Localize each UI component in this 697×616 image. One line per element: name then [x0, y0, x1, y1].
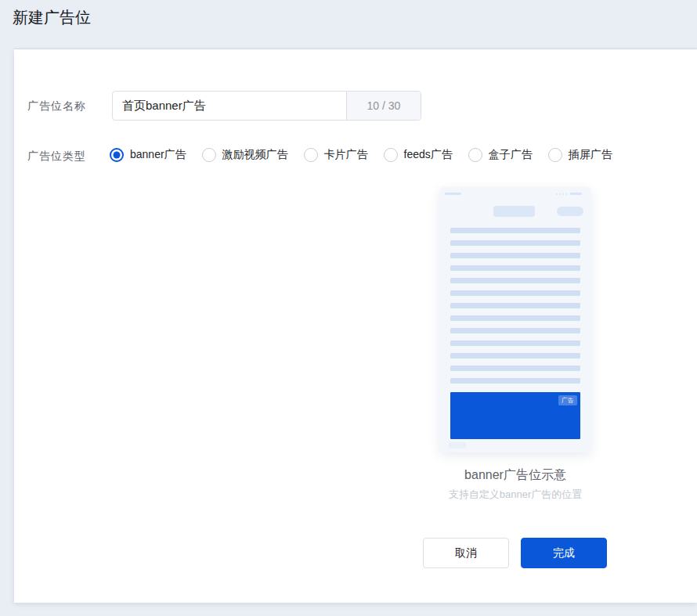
radio-option-4[interactable]: 盒子广告: [468, 148, 533, 162]
skeleton-bar: [450, 353, 580, 358]
radio-unselected-icon: [202, 148, 216, 162]
radio-option-0[interactable]: banner广告: [110, 148, 186, 162]
cancel-button[interactable]: 取消: [423, 538, 509, 568]
ad-name-input[interactable]: [113, 92, 346, 120]
radio-unselected-icon: [304, 148, 318, 162]
radio-option-3[interactable]: feeds广告: [384, 148, 453, 162]
radio-unselected-icon: [468, 148, 482, 162]
radio-unselected-icon: [384, 148, 398, 162]
skeleton-bar: [450, 290, 580, 296]
form-card: 广告位名称 10 / 30 广告位类型 banner广告激励视频广告卡片广告fe…: [14, 49, 697, 603]
phone-header-title-placeholder: [493, 206, 535, 217]
radio-selected-icon: [110, 148, 124, 162]
skeleton-bar: [450, 378, 580, 384]
skeleton-bar: [450, 253, 580, 258]
radio-option-1[interactable]: 激励视频广告: [202, 148, 288, 162]
radio-option-label: feeds广告: [404, 148, 453, 162]
radio-option-label: banner广告: [130, 148, 186, 162]
skeleton-bar: [450, 366, 580, 371]
skeleton-bar: [450, 278, 580, 283]
char-counter: 10 / 30: [346, 92, 421, 120]
radio-option-label: 盒子广告: [489, 148, 533, 162]
phone-status-time-bar: [445, 193, 461, 195]
skeleton-bar: [450, 303, 580, 308]
phone-status-dots: [556, 193, 567, 195]
ad-type-radio-group: banner广告激励视频广告卡片广告feeds广告盒子广告插屏广告: [110, 148, 612, 162]
skeleton-bar: [450, 340, 580, 346]
radio-option-label: 激励视频广告: [222, 148, 288, 162]
phone-footer-bar: [449, 442, 466, 448]
confirm-button[interactable]: 完成: [521, 538, 607, 568]
radio-unselected-icon: [548, 148, 562, 162]
phone-status-battery-bar: [570, 193, 582, 195]
preview-caption: banner广告位示意: [408, 467, 623, 484]
phone-header-capsule: [557, 207, 583, 216]
skeleton-bar: [450, 315, 580, 321]
ad-name-input-wrap: 10 / 30: [112, 91, 421, 121]
preview-subcaption: 支持自定义banner广告的位置: [408, 488, 623, 502]
skeleton-bar: [450, 240, 580, 246]
radio-option-5[interactable]: 插屏广告: [548, 148, 612, 162]
ad-badge: 广告: [558, 395, 577, 405]
radio-option-label: 插屏广告: [569, 148, 612, 162]
radio-option-label: 卡片广告: [324, 148, 368, 162]
radio-option-2[interactable]: 卡片广告: [304, 148, 368, 162]
phone-content-bars: [450, 228, 580, 384]
skeleton-bar: [450, 328, 580, 333]
skeleton-bar: [450, 265, 580, 271]
ad-type-label: 广告位类型: [27, 149, 86, 164]
phone-preview: 广告: [439, 187, 591, 452]
skeleton-bar: [450, 228, 580, 233]
ad-name-label: 广告位名称: [27, 99, 86, 113]
banner-ad-slot: 广告: [450, 392, 580, 439]
page-title: 新建广告位: [13, 6, 91, 28]
